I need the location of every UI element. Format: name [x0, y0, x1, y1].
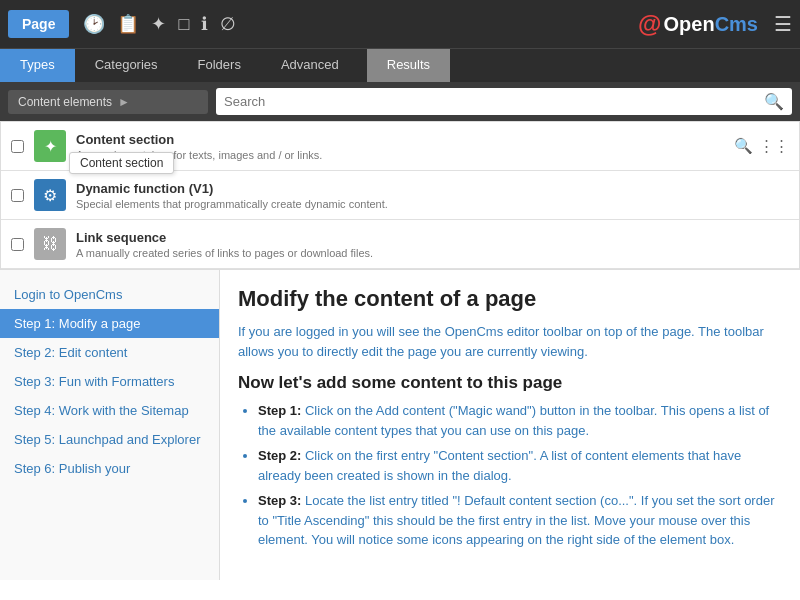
article-intro: If you are logged in you will see the Op…: [238, 322, 782, 361]
main-toolbar: Page 🕑 📋 ✦ □ ℹ ∅ @ OpenCms ☰: [0, 0, 800, 48]
step3-label: Step 3:: [258, 493, 301, 508]
magic-wand-icon[interactable]: ✦: [151, 13, 166, 35]
sidebar-item-step1[interactable]: Step 1: Modify a page: [0, 309, 219, 338]
page-button[interactable]: Page: [8, 10, 69, 38]
tab-categories[interactable]: Categories: [75, 49, 178, 82]
clipboard-icon[interactable]: 📋: [117, 13, 139, 35]
tab-bar: Types Categories Folders Advanced Result…: [0, 48, 800, 82]
sidebar: Login to OpenCms Step 1: Modify a page S…: [0, 270, 220, 580]
info-icon[interactable]: ℹ: [201, 13, 208, 35]
search-box: 🔍: [216, 88, 792, 115]
item-title-3: Link sequence: [76, 230, 789, 245]
sidebar-item-login[interactable]: Login to OpenCms: [0, 280, 219, 309]
content-breadcrumb[interactable]: Content elements ►: [8, 90, 208, 114]
logo-symbol: @: [638, 10, 661, 38]
article-step-3: Step 3: Locate the list entry titled "! …: [258, 491, 782, 550]
tab-types[interactable]: Types: [0, 49, 75, 82]
logo-cms: Cms: [715, 13, 758, 36]
article-step-2: Step 2: Click on the first entry "Conten…: [258, 446, 782, 485]
item-title-1: Content section: [76, 132, 724, 147]
sidebar-item-step6[interactable]: Step 6: Publish your: [0, 454, 219, 483]
step3-text: Locate the list entry titled "! Default …: [258, 493, 775, 547]
tab-advanced[interactable]: Advanced: [261, 49, 359, 82]
search-input[interactable]: [224, 94, 760, 109]
content-section-icon: ✦: [34, 130, 66, 162]
step1-text: Click on the Add content ("Magic wand") …: [258, 403, 769, 438]
item-search-btn-1[interactable]: 🔍: [734, 137, 753, 155]
logo-open: Open: [664, 13, 715, 36]
history-icon[interactable]: 🕑: [83, 13, 105, 35]
breadcrumb-label: Content elements: [18, 95, 112, 109]
step2-label: Step 2:: [258, 448, 301, 463]
main-content-area: Login to OpenCms Step 1: Modify a page S…: [0, 270, 800, 580]
article-step-1: Step 1: Click on the Add content ("Magic…: [258, 401, 782, 440]
item-text-3: Link sequence A manually created series …: [76, 230, 789, 259]
item-checkbox-3[interactable]: [11, 238, 24, 251]
sidebar-item-step2[interactable]: Step 2: Edit content: [0, 338, 219, 367]
tooltip-popup: Content section: [69, 152, 174, 174]
item-checkbox-2[interactable]: [11, 189, 24, 202]
item-desc-2: Special elements that programmatically c…: [76, 198, 789, 210]
sidebar-item-step3[interactable]: Step 3: Fun with Formatters: [0, 367, 219, 396]
sidebar-item-step4[interactable]: Step 4: Work with the Sitemap: [0, 396, 219, 425]
article-heading: Modify the content of a page: [238, 286, 782, 312]
list-item: ⚙ Dynamic function (V1) Special elements…: [1, 171, 799, 220]
list-item: ✦ Content section A generic container fo…: [1, 122, 799, 171]
dynamic-function-icon: ⚙: [34, 179, 66, 211]
article-steps: Step 1: Click on the Add content ("Magic…: [238, 401, 782, 550]
article-subheading: Now let's add some content to this page: [238, 373, 782, 393]
folder-icon[interactable]: □: [178, 14, 189, 35]
search-button[interactable]: 🔍: [764, 92, 784, 111]
breadcrumb-arrow: ►: [118, 95, 130, 109]
list-item: ⛓ Link sequence A manually created serie…: [1, 220, 799, 269]
sidebar-item-step5[interactable]: Step 5: Launchpad and Explorer: [0, 425, 219, 454]
item-title-2: Dynamic function (V1): [76, 181, 789, 196]
tab-results[interactable]: Results: [367, 49, 450, 82]
tab-folders[interactable]: Folders: [178, 49, 261, 82]
content-list: ✦ Content section A generic container fo…: [0, 121, 800, 270]
cancel-icon[interactable]: ∅: [220, 13, 236, 35]
item-checkbox-1[interactable]: [11, 140, 24, 153]
article-content: Modify the content of a page If you are …: [220, 270, 800, 580]
item-desc-3: A manually created series of links to pa…: [76, 247, 789, 259]
hamburger-icon[interactable]: ☰: [774, 12, 792, 36]
link-sequence-icon: ⛓: [34, 228, 66, 260]
step1-label: Step 1:: [258, 403, 301, 418]
step2-text: Click on the first entry "Content sectio…: [258, 448, 741, 483]
item-actions-1: 🔍 ⋮⋮: [734, 137, 789, 155]
dialog-toolbar: Content elements ► 🔍: [0, 82, 800, 121]
opencms-logo: @ OpenCms ☰: [638, 10, 792, 38]
item-grid-btn-1[interactable]: ⋮⋮: [759, 137, 789, 155]
item-text-2: Dynamic function (V1) Special elements t…: [76, 181, 789, 210]
